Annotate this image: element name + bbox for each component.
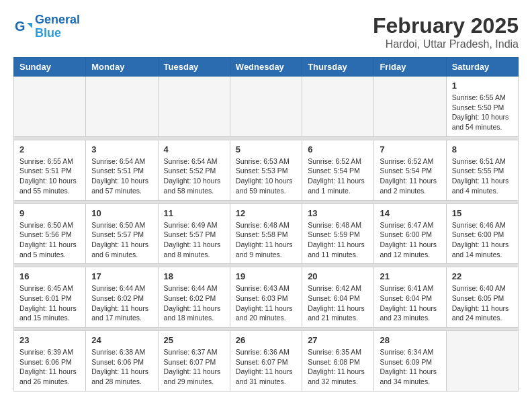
- day-info: Sunrise: 6:46 AM Sunset: 6:00 PM Dayligh…: [452, 220, 513, 260]
- day-number: 1: [452, 81, 513, 91]
- day-info: Sunrise: 6:54 AM Sunset: 5:51 PM Dayligh…: [91, 156, 152, 196]
- day-number: 8: [452, 144, 513, 154]
- day-info: Sunrise: 6:40 AM Sunset: 6:05 PM Dayligh…: [452, 283, 513, 323]
- day-cell: 11Sunrise: 6:49 AM Sunset: 5:57 PM Dayli…: [158, 203, 230, 264]
- day-cell: 12Sunrise: 6:48 AM Sunset: 5:58 PM Dayli…: [230, 203, 302, 264]
- day-cell: 9Sunrise: 6:50 AM Sunset: 5:56 PM Daylig…: [14, 203, 86, 264]
- day-number: 9: [19, 208, 80, 218]
- day-number: 16: [19, 271, 80, 281]
- day-number: 3: [91, 144, 152, 154]
- day-info: Sunrise: 6:37 AM Sunset: 6:07 PM Dayligh…: [164, 347, 224, 387]
- day-cell: 2Sunrise: 6:55 AM Sunset: 5:51 PM Daylig…: [14, 140, 86, 200]
- day-info: Sunrise: 6:36 AM Sunset: 6:07 PM Dayligh…: [236, 347, 296, 387]
- day-number: 13: [308, 208, 368, 218]
- day-info: Sunrise: 6:38 AM Sunset: 6:06 PM Dayligh…: [91, 347, 152, 387]
- calendar-header: SundayMondayTuesdayWednesdayThursdayFrid…: [14, 58, 519, 77]
- day-number: 26: [236, 335, 296, 345]
- day-cell: 6Sunrise: 6:52 AM Sunset: 5:54 PM Daylig…: [302, 140, 374, 200]
- header-cell-friday: Friday: [374, 58, 446, 77]
- day-cell: 10Sunrise: 6:50 AM Sunset: 5:57 PM Dayli…: [86, 203, 158, 264]
- day-number: 21: [380, 271, 440, 281]
- week-row-4: 23Sunrise: 6:39 AM Sunset: 6:06 PM Dayli…: [14, 331, 519, 392]
- day-cell: 24Sunrise: 6:38 AM Sunset: 6:06 PM Dayli…: [86, 331, 158, 392]
- day-info: Sunrise: 6:34 AM Sunset: 6:09 PM Dayligh…: [380, 347, 440, 387]
- svg-text:G: G: [15, 19, 26, 34]
- day-number: 24: [91, 335, 152, 345]
- day-number: 25: [164, 335, 224, 345]
- day-info: Sunrise: 6:54 AM Sunset: 5:52 PM Dayligh…: [164, 156, 224, 196]
- day-cell: 27Sunrise: 6:35 AM Sunset: 6:08 PM Dayli…: [302, 331, 374, 392]
- day-cell: 5Sunrise: 6:53 AM Sunset: 5:53 PM Daylig…: [230, 140, 302, 200]
- day-cell: 26Sunrise: 6:36 AM Sunset: 6:07 PM Dayli…: [230, 331, 302, 392]
- day-info: Sunrise: 6:44 AM Sunset: 6:02 PM Dayligh…: [164, 283, 224, 323]
- logo-line2: Blue: [35, 26, 61, 40]
- day-info: Sunrise: 6:53 AM Sunset: 5:53 PM Dayligh…: [236, 156, 296, 196]
- day-info: Sunrise: 6:35 AM Sunset: 6:08 PM Dayligh…: [308, 347, 368, 387]
- day-number: 11: [164, 208, 224, 218]
- day-cell: 14Sunrise: 6:47 AM Sunset: 6:00 PM Dayli…: [374, 203, 446, 264]
- day-cell: 22Sunrise: 6:40 AM Sunset: 6:05 PM Dayli…: [446, 267, 518, 328]
- day-cell: 25Sunrise: 6:37 AM Sunset: 6:07 PM Dayli…: [158, 331, 230, 392]
- day-cell: 3Sunrise: 6:54 AM Sunset: 5:51 PM Daylig…: [86, 140, 158, 200]
- day-info: Sunrise: 6:43 AM Sunset: 6:03 PM Dayligh…: [236, 283, 296, 323]
- day-cell: [446, 331, 518, 392]
- day-cell: 28Sunrise: 6:34 AM Sunset: 6:09 PM Dayli…: [374, 331, 446, 392]
- day-number: 23: [19, 335, 80, 345]
- calendar: SundayMondayTuesdayWednesdayThursdayFrid…: [13, 57, 519, 392]
- day-info: Sunrise: 6:41 AM Sunset: 6:04 PM Dayligh…: [380, 283, 440, 323]
- day-cell: 19Sunrise: 6:43 AM Sunset: 6:03 PM Dayli…: [230, 267, 302, 328]
- day-number: 5: [236, 144, 296, 154]
- day-cell: 8Sunrise: 6:51 AM Sunset: 5:55 PM Daylig…: [446, 140, 518, 200]
- day-cell: 17Sunrise: 6:44 AM Sunset: 6:02 PM Dayli…: [86, 267, 158, 328]
- header-row: SundayMondayTuesdayWednesdayThursdayFrid…: [14, 58, 519, 77]
- day-cell: 4Sunrise: 6:54 AM Sunset: 5:52 PM Daylig…: [158, 140, 230, 200]
- day-number: 4: [164, 144, 224, 154]
- day-number: 12: [236, 208, 296, 218]
- day-cell: 13Sunrise: 6:48 AM Sunset: 5:59 PM Dayli…: [302, 203, 374, 264]
- day-cell: 15Sunrise: 6:46 AM Sunset: 6:00 PM Dayli…: [446, 203, 518, 264]
- header-cell-tuesday: Tuesday: [158, 58, 230, 77]
- day-cell: 1Sunrise: 6:55 AM Sunset: 5:50 PM Daylig…: [446, 77, 518, 137]
- day-info: Sunrise: 6:52 AM Sunset: 5:54 PM Dayligh…: [308, 156, 368, 196]
- logo: G General Blue: [13, 13, 80, 40]
- day-info: Sunrise: 6:49 AM Sunset: 5:57 PM Dayligh…: [164, 220, 224, 260]
- week-row-2: 9Sunrise: 6:50 AM Sunset: 5:56 PM Daylig…: [14, 203, 519, 264]
- header-cell-monday: Monday: [86, 58, 158, 77]
- day-info: Sunrise: 6:48 AM Sunset: 5:59 PM Dayligh…: [308, 220, 368, 260]
- day-info: Sunrise: 6:51 AM Sunset: 5:55 PM Dayligh…: [452, 156, 513, 196]
- week-row-1: 2Sunrise: 6:55 AM Sunset: 5:51 PM Daylig…: [14, 140, 519, 200]
- page-header: G General Blue February 2025 Hardoi, Utt…: [13, 13, 519, 50]
- logo-icon: G: [13, 17, 32, 36]
- day-cell: 16Sunrise: 6:45 AM Sunset: 6:01 PM Dayli…: [14, 267, 86, 328]
- day-info: Sunrise: 6:44 AM Sunset: 6:02 PM Dayligh…: [91, 283, 152, 323]
- header-cell-sunday: Sunday: [14, 58, 86, 77]
- day-number: 10: [91, 208, 152, 218]
- day-cell: [374, 77, 446, 137]
- day-number: 7: [380, 144, 440, 154]
- header-cell-saturday: Saturday: [446, 58, 518, 77]
- calendar-body: 1Sunrise: 6:55 AM Sunset: 5:50 PM Daylig…: [14, 77, 519, 392]
- day-info: Sunrise: 6:50 AM Sunset: 5:56 PM Dayligh…: [19, 220, 80, 260]
- day-number: 19: [236, 271, 296, 281]
- day-info: Sunrise: 6:47 AM Sunset: 6:00 PM Dayligh…: [380, 220, 440, 260]
- day-info: Sunrise: 6:45 AM Sunset: 6:01 PM Dayligh…: [19, 283, 80, 323]
- header-cell-thursday: Thursday: [302, 58, 374, 77]
- logo-text: General Blue: [35, 13, 80, 40]
- day-cell: 23Sunrise: 6:39 AM Sunset: 6:06 PM Dayli…: [14, 331, 86, 392]
- day-cell: [14, 77, 86, 137]
- day-number: 18: [164, 271, 224, 281]
- logo-line1: General: [35, 13, 80, 26]
- day-cell: 21Sunrise: 6:41 AM Sunset: 6:04 PM Dayli…: [374, 267, 446, 328]
- day-info: Sunrise: 6:52 AM Sunset: 5:54 PM Dayligh…: [380, 156, 440, 196]
- day-info: Sunrise: 6:55 AM Sunset: 5:51 PM Dayligh…: [19, 156, 80, 196]
- day-number: 22: [452, 271, 513, 281]
- week-row-0: 1Sunrise: 6:55 AM Sunset: 5:50 PM Daylig…: [14, 77, 519, 137]
- day-number: 15: [452, 208, 513, 218]
- day-number: 20: [308, 271, 368, 281]
- header-cell-wednesday: Wednesday: [230, 58, 302, 77]
- day-info: Sunrise: 6:48 AM Sunset: 5:58 PM Dayligh…: [236, 220, 296, 260]
- day-number: 2: [19, 144, 80, 154]
- day-info: Sunrise: 6:42 AM Sunset: 6:04 PM Dayligh…: [308, 283, 368, 323]
- day-cell: 7Sunrise: 6:52 AM Sunset: 5:54 PM Daylig…: [374, 140, 446, 200]
- day-number: 6: [308, 144, 368, 154]
